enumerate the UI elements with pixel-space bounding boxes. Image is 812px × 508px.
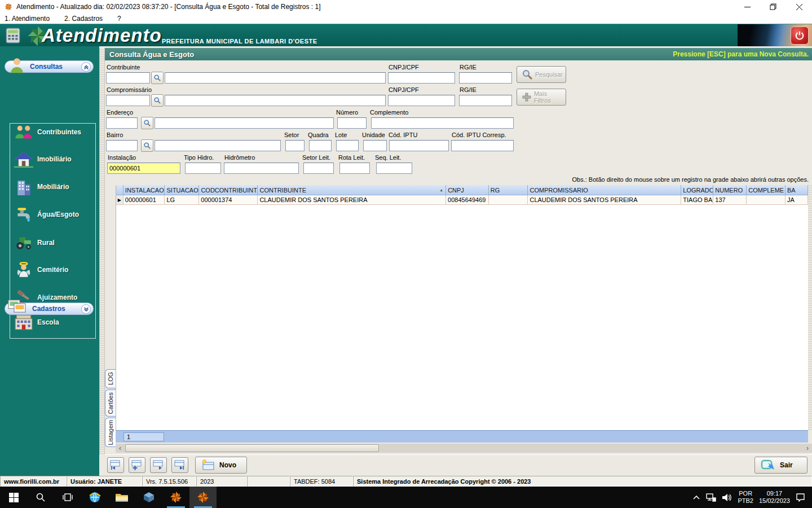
contribuinte-rg-field[interactable]	[459, 72, 512, 84]
compromissario-search-icon[interactable]	[151, 94, 164, 107]
horizontal-scrollbar[interactable]: ‹ ›	[116, 444, 812, 453]
table-row[interactable]: ▶ 000000601 LG 000001374 CLAUDEMIR DOS S…	[116, 195, 808, 205]
grid-header-rg[interactable]: RG	[489, 185, 528, 195]
taskbar-search-button[interactable]	[27, 487, 54, 508]
menu-atendimento[interactable]: 1. Atendimento	[5, 15, 50, 23]
menu-cadastros[interactable]: 2. Cadastros	[64, 15, 103, 23]
speaker-icon[interactable]	[722, 493, 732, 502]
grid-header-instalacao[interactable]: INSTALACAO	[123, 185, 165, 195]
grid-header-numero[interactable]: NUMERO	[713, 185, 747, 195]
scroll-right-icon[interactable]: ›	[803, 444, 812, 453]
chevron-down-icon[interactable]	[81, 304, 91, 314]
cod-iptu-field[interactable]	[389, 140, 449, 151]
contribuinte-search-icon[interactable]	[151, 72, 164, 84]
notification-icon[interactable]	[796, 493, 805, 502]
nav-insert-button[interactable]	[129, 457, 145, 473]
main-vertical-scrollbar[interactable]	[99, 48, 105, 454]
rota-leit-field[interactable]	[339, 163, 370, 174]
app-logo-icon	[4, 2, 13, 11]
grid-header-compromissario[interactable]: COMPROMISSARIO	[528, 185, 681, 195]
setor-field[interactable]	[285, 140, 304, 151]
sair-button[interactable]: Sair	[754, 457, 807, 474]
contribuinte-cnpj-field[interactable]	[388, 72, 455, 84]
close-button[interactable]	[786, 0, 812, 14]
compromissario-cnpj-field[interactable]	[388, 95, 455, 106]
page-number-box[interactable]: 1	[123, 432, 164, 441]
lote-field[interactable]	[336, 140, 359, 151]
tray-chevron-icon[interactable]	[692, 494, 700, 500]
grid-header-logradouro[interactable]: LOGRADOU	[681, 185, 713, 195]
sidebar-item-mobiliario[interactable]: Mobiliário	[12, 176, 96, 198]
grid-header-cnpj[interactable]: CNPJ	[446, 185, 489, 195]
start-button[interactable]	[0, 487, 27, 508]
sidebar-item-cemiterio[interactable]: Cemitério	[12, 259, 96, 281]
nav-next-button[interactable]	[150, 457, 167, 473]
compromissario-rg-field[interactable]	[459, 95, 512, 106]
nav-last-button[interactable]	[171, 457, 188, 473]
complemento-field[interactable]	[371, 117, 514, 129]
grid-header-codcontribuinte[interactable]: CODCONTRIBUINTE	[199, 185, 258, 195]
sidebar-item-imobiliario[interactable]: Imobiliário	[12, 148, 96, 170]
sidebar-item-contribuintes[interactable]: Contribuintes	[12, 121, 96, 143]
grid-header-bairro[interactable]: BA	[785, 185, 808, 195]
pesquisar-button[interactable]: Pesquisar	[517, 66, 566, 83]
taskbar-explorer-button[interactable]	[108, 487, 135, 508]
pesquisar-label: Pesquisar	[535, 71, 563, 78]
novo-button[interactable]: Novo	[195, 457, 247, 474]
tab-listagem[interactable]: Listagem	[105, 418, 116, 447]
quadra-field[interactable]	[309, 140, 332, 151]
unidade-field[interactable]	[363, 140, 387, 151]
language-indicator[interactable]: POR PTB2	[738, 490, 753, 505]
grid-header-contribuinte[interactable]: CONTRIBUINTE▲	[258, 185, 446, 195]
restore-button[interactable]	[760, 0, 786, 14]
cod-iptu-corresp-field[interactable]	[451, 140, 514, 151]
instalacao-field[interactable]	[107, 163, 180, 174]
taskbar-atendimento-button[interactable]	[189, 487, 217, 508]
bairro-name-field[interactable]	[155, 140, 281, 151]
endereco-name-field[interactable]	[155, 117, 334, 129]
taskbar-fiorilli-button[interactable]	[162, 487, 189, 508]
mais-filtros-button[interactable]: Mais Filtros	[517, 89, 566, 106]
contribuinte-code-field[interactable]	[106, 72, 150, 84]
taskbar-app-button[interactable]	[135, 487, 162, 508]
tipo-hidro-field[interactable]	[185, 163, 221, 174]
compromissario-name-field[interactable]	[165, 95, 386, 106]
sidebar-item-label: Água/Esgoto	[37, 211, 79, 218]
grid-header-row: INSTALACAO SITUACAO CODCONTRIBUINTE CONT…	[116, 185, 808, 195]
bairro-search-icon[interactable]	[141, 139, 153, 152]
endereco-search-icon[interactable]	[141, 117, 153, 129]
minimize-button[interactable]	[734, 0, 760, 14]
task-view-button[interactable]	[54, 487, 81, 508]
chevron-up-icon[interactable]	[81, 62, 91, 72]
scroll-left-icon[interactable]: ‹	[116, 444, 125, 453]
taskbar-ie-button[interactable]	[81, 487, 108, 508]
hidrometro-field[interactable]	[224, 163, 299, 174]
setor-leit-field[interactable]	[303, 163, 334, 174]
nav-first-button[interactable]	[107, 457, 124, 473]
tab-log[interactable]: LOG	[105, 369, 116, 388]
grid-header-situacao[interactable]: SITUACAO	[165, 185, 199, 195]
internet-explorer-icon	[88, 491, 102, 504]
seq-leit-field[interactable]	[376, 163, 412, 174]
power-off-icon[interactable]	[791, 27, 809, 45]
compromissario-code-field[interactable]	[106, 95, 150, 106]
network-icon[interactable]	[706, 493, 716, 502]
grid-vertical-scrollbar[interactable]	[808, 185, 812, 430]
scrollbar-thumb[interactable]	[125, 444, 379, 452]
pinwheel-icon	[169, 491, 183, 504]
windows-logo-icon	[9, 493, 19, 502]
cell-codcontribuinte: 000001374	[199, 195, 258, 205]
row-indicator: ▶	[116, 195, 123, 205]
clock[interactable]: 09:17 15/02/2023	[759, 490, 790, 505]
sidebar-item-label: Ajuizamento	[37, 294, 77, 301]
grid-header-complemento[interactable]: COMPLEME	[747, 185, 785, 195]
building-icon	[12, 177, 35, 196]
menu-help[interactable]: ?	[117, 15, 121, 23]
contribuinte-name-field[interactable]	[165, 72, 386, 84]
sidebar-item-rural[interactable]: Rural	[12, 231, 96, 254]
tab-cartoes[interactable]: Cartões	[105, 389, 116, 417]
endereco-code-field[interactable]	[106, 117, 138, 129]
bairro-code-field[interactable]	[106, 140, 138, 151]
numero-field[interactable]	[337, 117, 367, 129]
sidebar-item-agua-esgoto[interactable]: Água/Esgoto	[12, 203, 96, 226]
